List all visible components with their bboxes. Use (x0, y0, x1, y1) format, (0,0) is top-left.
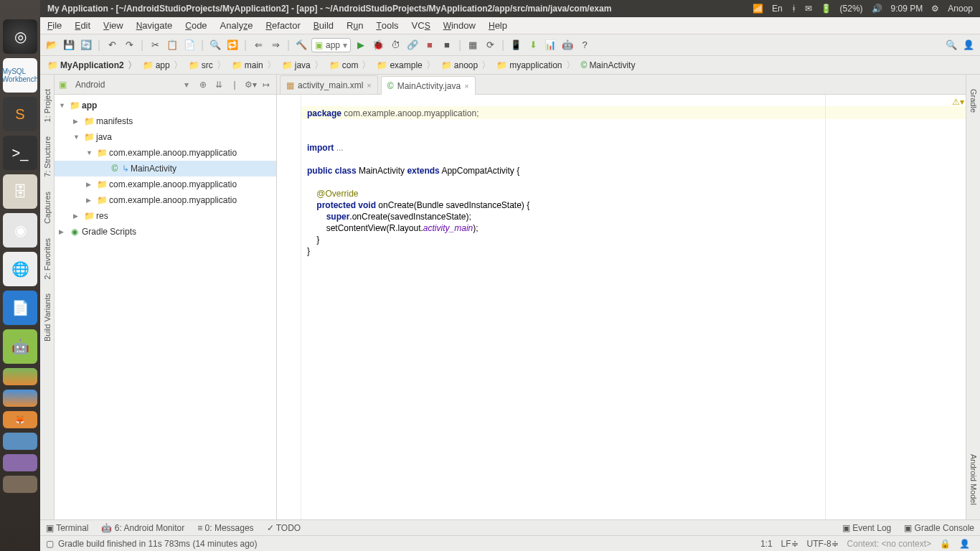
sync-gradle-icon[interactable]: ⟳ (483, 38, 497, 52)
battery-icon[interactable]: 🔋 (821, 4, 831, 14)
context[interactable]: Context: <no context> (843, 539, 936, 549)
encoding[interactable]: UTF-8≑ (803, 539, 843, 549)
android-icon[interactable]: 🤖 (560, 38, 575, 52)
line-separator[interactable]: LF≑ (777, 539, 803, 549)
menu-analyze[interactable]: Analyze (220, 20, 253, 31)
code-editor[interactable]: package com.example.anoop.myapplication;… (277, 95, 966, 519)
dock-firefox-icon[interactable]: 🦊 (3, 411, 37, 428)
cursor-position[interactable]: 1:1 (756, 539, 777, 549)
tab-mainactivity[interactable]: ©MainActivity.java× (381, 76, 476, 95)
user-icon[interactable]: 👤 (961, 38, 976, 52)
clock[interactable]: 9:09 PM (891, 4, 923, 14)
crumb-main[interactable]: 📁main (229, 59, 279, 72)
stop2-icon[interactable]: ■ (440, 38, 454, 52)
menu-run[interactable]: Run (347, 20, 363, 31)
tool-structure[interactable]: 7: Structure (43, 136, 52, 177)
run-icon[interactable]: ▶ (354, 38, 368, 52)
volume-icon[interactable]: 🔊 (872, 4, 882, 14)
tree-app[interactable]: ▼📁app (55, 98, 276, 113)
crumb-myapplication[interactable]: 📁myapplication (494, 59, 578, 72)
network-icon[interactable]: 📶 (753, 4, 763, 14)
hide-icon[interactable]: ↦ (260, 79, 272, 90)
menu-vcs[interactable]: VCS (412, 20, 430, 31)
crumb-src[interactable]: 📁src (186, 59, 229, 72)
dock-androidstudio-icon[interactable]: 🤖 (3, 329, 37, 364)
search-everywhere-icon[interactable]: 🔍 (944, 38, 958, 52)
dock-files-icon[interactable]: 🗄 (3, 174, 37, 209)
tree-java[interactable]: ▼📁java (55, 129, 276, 145)
tab-activity-main[interactable]: ▦activity_main.xml× (280, 75, 378, 94)
tree-mainactivity[interactable]: ©↳MainActivity (55, 161, 276, 176)
mail-icon[interactable]: ✉ (805, 4, 812, 14)
attach-icon[interactable]: 🔗 (405, 38, 420, 52)
tool-favorites[interactable]: 2: Favorites (43, 238, 52, 279)
redo-icon[interactable]: ↷ (122, 38, 136, 52)
stop-icon[interactable]: ■ (423, 38, 437, 52)
menu-file[interactable]: File (47, 20, 62, 31)
toggle-tool-windows-icon[interactable]: ▢ (46, 539, 54, 549)
tool-android-monitor[interactable]: 🤖 6: Android Monitor (101, 523, 184, 533)
close-icon[interactable]: × (464, 82, 468, 90)
find-icon[interactable]: 🔍 (208, 38, 222, 52)
tool-gradle[interactable]: Gradle (969, 89, 978, 113)
settings-icon[interactable]: ⚙▾ (245, 79, 256, 90)
dock-mysql-icon[interactable]: MySQLWorkbench (3, 58, 37, 93)
menu-build[interactable]: Build (314, 20, 334, 31)
menu-tools[interactable]: Tools (376, 20, 398, 31)
copy-icon[interactable]: 📋 (165, 38, 179, 52)
debug-icon[interactable]: 🐞 (371, 38, 385, 52)
dock-img-1-icon[interactable] (3, 433, 37, 450)
menu-help[interactable]: Help (489, 20, 507, 31)
project-view-selector[interactable]: Android ▾ (71, 77, 193, 92)
dock-media-icon[interactable]: ◉ (3, 213, 37, 248)
tree-manifests[interactable]: ▶📁manifests (55, 113, 276, 129)
menu-code[interactable]: Code (185, 20, 207, 31)
tool-captures[interactable]: Captures (43, 192, 52, 224)
dock-dash-icon[interactable]: ◎ (3, 19, 37, 54)
tree-pkg1[interactable]: ▼📁com.example.anoop.myapplicatio (55, 145, 276, 161)
replace-icon[interactable]: 🔁 (225, 38, 240, 52)
user-indicator[interactable]: Anoop (948, 4, 973, 14)
crumb-app[interactable]: 📁app (140, 59, 186, 72)
forward-icon[interactable]: ⇒ (268, 38, 283, 52)
paste-icon[interactable]: 📄 (182, 38, 197, 52)
back-icon[interactable]: ⇐ (251, 38, 265, 52)
tool-event-log[interactable]: ▣ Event Log (842, 523, 891, 533)
dock-terminal-icon[interactable]: >_ (3, 136, 37, 170)
tool-todo[interactable]: ✓ TODO (267, 523, 301, 533)
editor-gutter[interactable] (277, 95, 301, 519)
settings-gear-icon[interactable]: ⚙ (931, 4, 939, 14)
dock-stack-2-icon[interactable] (3, 390, 37, 407)
crumb-mainactivity[interactable]: ©MainActivity (578, 60, 642, 70)
menu-edit[interactable]: Edit (75, 20, 90, 31)
layout-icon[interactable]: ▦ (466, 38, 480, 52)
help-icon[interactable]: ? (578, 38, 592, 52)
dock-sublime-icon[interactable]: S (3, 97, 37, 131)
sdk-icon[interactable]: ⬇ (526, 38, 540, 52)
tool-messages[interactable]: ≡ 0: Messages (197, 523, 253, 533)
project-tree[interactable]: ▼📁app ▶📁manifests ▼📁java ▼📁com.example.a… (55, 95, 276, 519)
tool-android-model[interactable]: Android Model (969, 454, 978, 505)
menu-view[interactable]: View (103, 20, 123, 31)
tool-terminal[interactable]: ▣ Terminal (46, 523, 88, 533)
tree-pkg3[interactable]: ▶📁com.example.anoop.myapplicatio (55, 192, 276, 208)
menu-navigate[interactable]: Navigate (136, 20, 173, 31)
sync-icon[interactable]: 🔄 (79, 38, 93, 52)
profile-icon[interactable]: ⏱ (388, 38, 402, 52)
crumb-com[interactable]: 📁com (326, 59, 374, 72)
tool-build-variants[interactable]: Build Variants (43, 293, 52, 342)
dock-chrome-icon[interactable]: 🌐 (3, 252, 37, 286)
lock-icon[interactable]: 🔒 (936, 539, 955, 549)
menu-refactor[interactable]: Refactor (265, 20, 300, 31)
scroll-from-source-icon[interactable]: ⊕ (197, 79, 209, 90)
open-icon[interactable]: 📂 (44, 38, 59, 52)
avd-icon[interactable]: 📱 (509, 38, 523, 52)
tree-pkg2[interactable]: ▶📁com.example.anoop.myapplicatio (55, 176, 276, 192)
tool-gradle-console[interactable]: ▣ Gradle Console (904, 523, 974, 533)
menu-window[interactable]: Window (443, 20, 476, 31)
dock-img-2-icon[interactable] (3, 454, 37, 471)
tool-project[interactable]: 1: Project (43, 89, 52, 122)
undo-icon[interactable]: ↶ (105, 38, 119, 52)
ddms-icon[interactable]: 📊 (543, 38, 557, 52)
run-config-selector[interactable]: ▣ app ▾ (311, 38, 351, 52)
